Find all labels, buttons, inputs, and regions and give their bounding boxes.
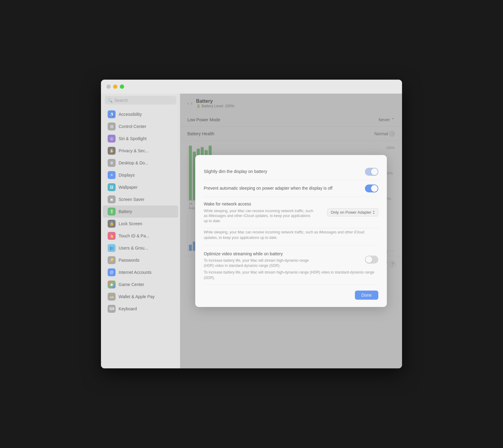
sidebar-label-battery: Battery	[119, 209, 132, 214]
control-center-icon: ▤	[108, 122, 116, 130]
close-button[interactable]	[106, 84, 111, 89]
optimize-video-toggle-control	[365, 256, 378, 264]
sidebar-item-wallet-applepay[interactable]: 💳 Wallet & Apple Pay	[103, 291, 178, 303]
dim-display-text-group: Slightly dim the display on battery	[204, 169, 267, 175]
sidebar-label-control-center: Control Center	[119, 124, 146, 129]
search-icon: 🔍	[108, 98, 113, 103]
sidebar-label-screen-saver: Screen Saver	[119, 197, 144, 202]
sidebar-label-users-groups: Users & Grou...	[119, 246, 148, 250]
dim-display-toggle-knob	[371, 168, 378, 175]
sidebar-label-keyboard: Keyboard	[119, 306, 137, 311]
battery-options-modal: Slightly dim the display on battery Prev…	[195, 155, 387, 307]
sidebar-item-desktop-dock[interactable]: 🖥 Desktop & Do...	[103, 157, 178, 169]
dim-display-label: Slightly dim the display on battery	[204, 169, 267, 175]
sidebar-item-keyboard[interactable]: ⌨ Keyboard	[103, 303, 178, 315]
desktop-dock-icon: 🖥	[108, 159, 116, 167]
modal-footer-divider	[204, 284, 378, 284]
selector-down-arrow: ▼	[373, 212, 375, 215]
modal-divider	[204, 245, 378, 246]
game-center-icon: ◉	[108, 281, 116, 288]
screen-saver-icon: ▣	[108, 195, 116, 203]
content-area: ‹ › Battery 🔋 Battery Level: 100% Low Po…	[180, 94, 402, 368]
main-layout: 🔍 Search ♿ Accessibility ▤ Control Cente…	[101, 94, 402, 368]
sidebar-item-displays[interactable]: ☀ Displays	[103, 169, 178, 181]
minimize-button[interactable]	[113, 84, 117, 89]
optimize-video-toggle[interactable]	[365, 256, 378, 264]
sidebar-item-lock-screen[interactable]: 🔒 Lock Screen	[103, 218, 178, 230]
sidebar-item-internet-accounts[interactable]: @ Internet Accounts	[103, 266, 178, 278]
sidebar-item-siri-spotlight[interactable]: ◎ Siri & Spotlight	[103, 133, 178, 145]
modal-footer: Done	[204, 291, 378, 300]
users-groups-icon: 👥	[108, 244, 116, 252]
main-window: 🔍 Search ♿ Accessibility ▤ Control Cente…	[101, 80, 402, 368]
keyboard-icon: ⌨	[108, 305, 116, 313]
sidebar-label-siri-spotlight: Siri & Spotlight	[119, 136, 147, 141]
prevent-sleeping-label: Prevent automatic sleeping on power adap…	[204, 185, 332, 191]
wake-network-row: Wake for network access While sleeping, …	[204, 197, 378, 228]
prevent-sleeping-toggle-control	[365, 184, 378, 192]
search-bar[interactable]: 🔍 Search	[105, 96, 176, 105]
sidebar-item-privacy-security[interactable]: ✋ Privacy & Sec...	[103, 145, 178, 157]
traffic-lights	[106, 84, 124, 89]
sidebar-item-battery[interactable]: 🔋 Battery	[103, 205, 178, 218]
optimize-video-text-group: Optimize video streaming while on batter…	[204, 251, 313, 268]
sidebar-label-lock-screen: Lock Screen	[119, 221, 142, 226]
sidebar-label-desktop-dock: Desktop & Do...	[119, 160, 148, 165]
wake-network-description: While sleeping, your Mac can receive inc…	[204, 228, 378, 244]
battery-icon: 🔋	[108, 208, 116, 215]
sidebar-item-passwords[interactable]: 🔑 Passwords	[103, 254, 178, 266]
siri-spotlight-icon: ◎	[108, 135, 116, 143]
optimize-video-row: Optimize video streaming while on batter…	[204, 247, 378, 268]
sidebar-item-touch-id[interactable]: 👆 Touch ID & Pa...	[103, 230, 178, 242]
sidebar-item-screen-saver[interactable]: ▣ Screen Saver	[103, 193, 178, 205]
accessibility-icon: ♿	[108, 110, 116, 118]
sidebar-label-internet-accounts: Internet Accounts	[119, 270, 151, 275]
sidebar-item-game-center[interactable]: ◉ Game Center	[103, 278, 178, 291]
prevent-sleeping-row: Prevent automatic sleeping on power adap…	[204, 180, 378, 197]
selector-arrows: ▲ ▼	[373, 210, 375, 215]
optimize-video-description: To increase battery life, your Mac will …	[204, 268, 378, 283]
search-placeholder: Search	[114, 98, 128, 103]
maximize-button[interactable]	[120, 84, 124, 89]
sidebar-label-privacy-security: Privacy & Sec...	[119, 148, 149, 153]
sidebar-item-users-groups[interactable]: 👥 Users & Grou...	[103, 242, 178, 254]
wake-network-selector-value: Only on Power Adapter	[331, 210, 371, 215]
dim-display-toggle[interactable]	[365, 168, 378, 176]
sidebar-label-passwords: Passwords	[119, 258, 139, 263]
internet-accounts-icon: @	[108, 268, 116, 276]
sidebar-label-wallpaper: Wallpaper	[119, 185, 138, 190]
prevent-sleeping-text-group: Prevent automatic sleeping on power adap…	[204, 185, 332, 191]
sidebar-label-accessibility: Accessibility	[119, 112, 142, 117]
touch-id-icon: 👆	[108, 232, 116, 240]
dim-display-row: Slightly dim the display on battery	[204, 164, 378, 180]
sidebar-label-displays: Displays	[119, 173, 135, 177]
wake-network-selector[interactable]: Only on Power Adapter ▲ ▼	[327, 208, 378, 216]
sidebar-label-game-center: Game Center	[119, 282, 144, 287]
optimize-video-toggle-knob	[366, 256, 372, 263]
optimize-video-sublabel: To increase battery life, your Mac will …	[204, 258, 313, 268]
prevent-sleeping-toggle-knob	[371, 185, 378, 192]
title-bar	[101, 80, 402, 94]
sidebar-item-accessibility[interactable]: ♿ Accessibility	[103, 108, 178, 120]
optimize-video-label: Optimize video streaming while on batter…	[204, 251, 313, 257]
wallet-applepay-icon: 💳	[108, 293, 116, 301]
passwords-icon: 🔑	[108, 256, 116, 264]
wallpaper-icon: 🖼	[108, 183, 116, 191]
sidebar: 🔍 Search ♿ Accessibility ▤ Control Cente…	[101, 94, 180, 368]
prevent-sleeping-toggle[interactable]	[365, 184, 378, 192]
privacy-security-icon: ✋	[108, 147, 116, 155]
lock-screen-icon: 🔒	[108, 220, 116, 228]
wake-network-selector-control: Only on Power Adapter ▲ ▼	[327, 208, 378, 216]
dim-display-toggle-control	[365, 168, 378, 176]
displays-icon: ☀	[108, 171, 116, 179]
modal-overlay: Slightly dim the display on battery Prev…	[180, 94, 402, 368]
wake-network-text-group: Wake for network access While sleeping, …	[204, 201, 313, 224]
sidebar-item-control-center[interactable]: ▤ Control Center	[103, 120, 178, 133]
done-button[interactable]: Done	[355, 291, 378, 300]
wake-network-label: Wake for network access	[204, 201, 313, 207]
sidebar-label-wallet-applepay: Wallet & Apple Pay	[119, 294, 155, 299]
sidebar-label-touch-id: Touch ID & Pa...	[119, 233, 149, 238]
sidebar-item-wallpaper[interactable]: 🖼 Wallpaper	[103, 181, 178, 193]
wake-network-sublabel: While sleeping, your Mac can receive inc…	[204, 208, 313, 224]
